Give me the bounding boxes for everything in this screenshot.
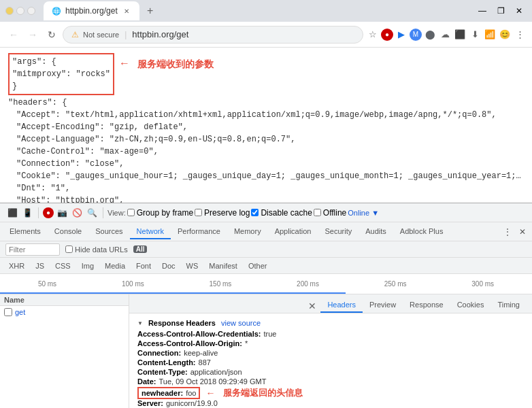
- back-button[interactable]: ←: [5, 27, 22, 43]
- devtools-close-icon[interactable]: ✕: [516, 225, 529, 239]
- tab-performance[interactable]: Performance: [171, 224, 227, 239]
- win-close-icon[interactable]: ✕: [512, 6, 527, 16]
- header-value-4: application/json: [190, 368, 242, 376]
- offline-label: Offline: [323, 208, 346, 218]
- window-right-controls: — ❐ ✕: [474, 6, 527, 16]
- type-filter-bar: XHR JS CSS Img Media Font Doc WS Manifes…: [0, 258, 532, 274]
- win-minimize-icon[interactable]: —: [474, 6, 491, 16]
- online-dropdown[interactable]: Online ▼: [348, 209, 379, 217]
- header-accept-language: "Accept-Language": "zh-CN,zh;q=0.9,en-US…: [8, 133, 524, 146]
- detail-tab-headers[interactable]: Headers: [320, 298, 363, 313]
- inspect-icon[interactable]: ⬛: [5, 206, 19, 220]
- not-secure-label: Not secure: [83, 31, 119, 39]
- ext-icon-8[interactable]: 📶: [483, 28, 497, 41]
- disable-cache-checkbox[interactable]: Disable cache: [251, 208, 312, 218]
- devtools-more-icon[interactable]: ⋮: [501, 225, 514, 239]
- bookmark-icon[interactable]: ☆: [366, 28, 380, 41]
- detail-tab-response[interactable]: Response: [403, 298, 450, 313]
- ext-icon-3[interactable]: M: [410, 29, 422, 41]
- detail-tab-cookies[interactable]: Cookies: [450, 298, 491, 313]
- header-name-0: Access-Control-Allow-Credentials:: [137, 330, 261, 338]
- filter-media[interactable]: Media: [101, 262, 129, 270]
- tab-sources[interactable]: Sources: [88, 224, 129, 239]
- network-list: Name get: [0, 294, 129, 408]
- filter-manifest[interactable]: Manifest: [205, 262, 241, 270]
- network-item-name: get: [15, 308, 25, 316]
- ext-icon-5[interactable]: ☁: [438, 28, 452, 41]
- filter-ws[interactable]: WS: [183, 262, 202, 270]
- ext-icon-4[interactable]: ⬤: [423, 28, 437, 41]
- group-by-frame-checkbox[interactable]: Group by frame: [127, 208, 193, 218]
- header-name-6: newheader:: [142, 389, 183, 397]
- ext-icon-6[interactable]: ⬛: [453, 28, 467, 41]
- view-source-link[interactable]: view source: [221, 319, 261, 327]
- header-accept-encoding: "Accept-Encoding": "gzip, deflate",: [8, 121, 524, 133]
- page-content: "args": { "mitmproxy": "rocks" } ← 服务端收到…: [0, 48, 532, 203]
- preserve-log-checkbox[interactable]: Preserve log: [195, 208, 250, 218]
- forward-button[interactable]: →: [24, 27, 41, 43]
- reload-button[interactable]: ↻: [44, 27, 60, 43]
- filter-css[interactable]: CSS: [52, 262, 74, 270]
- tab-security[interactable]: Security: [318, 224, 359, 239]
- ext-icon-2[interactable]: ▶: [395, 28, 408, 41]
- detail-tab-timing[interactable]: Timing: [491, 298, 527, 313]
- ext-icon-7[interactable]: ⬇: [468, 28, 482, 41]
- header-row-7: Server: gunicorn/19.9.0: [137, 399, 524, 407]
- header-row-0: Access-Control-Allow-Credentials: true: [137, 330, 524, 338]
- device-icon[interactable]: 📱: [20, 206, 34, 220]
- args-highlight: "args": { "mitmproxy": "rocks" }: [8, 53, 114, 95]
- header-cookie: "Cookie": "_gauges_unique_hour=1; _gauge…: [8, 170, 524, 182]
- new-tab-button[interactable]: +: [142, 3, 159, 19]
- filter-doc[interactable]: Doc: [159, 262, 179, 270]
- disable-cache-input[interactable]: [251, 209, 259, 216]
- tab-adblock[interactable]: Adblock Plus: [393, 224, 450, 239]
- header-host: "Host": "httpbin.org",: [8, 194, 524, 203]
- filter-js[interactable]: JS: [32, 262, 48, 270]
- group-by-frame-input[interactable]: [127, 209, 135, 216]
- url-text: httpbin.org/get: [132, 29, 354, 39]
- filter-font[interactable]: Font: [133, 262, 154, 270]
- header-value-3: 887: [199, 358, 211, 367]
- filter-other[interactable]: Other: [245, 262, 271, 270]
- offline-input[interactable]: [314, 209, 321, 216]
- filter-toggle-icon[interactable]: 🔍: [85, 206, 99, 220]
- profile-icon[interactable]: 😊: [498, 28, 512, 41]
- tab-application[interactable]: Application: [268, 224, 318, 239]
- browser-tab[interactable]: 🌐 httpbin.org/get ✕: [44, 1, 139, 20]
- separator-1: [38, 207, 39, 218]
- detail-close-button[interactable]: ✕: [304, 299, 320, 313]
- json-args-line1: "args": {: [12, 57, 56, 67]
- camera-icon[interactable]: 📷: [55, 206, 69, 220]
- hide-data-urls-input[interactable]: [65, 245, 73, 253]
- network-item-get[interactable]: get: [0, 306, 129, 318]
- expand-icon: ▼: [137, 320, 143, 326]
- tab-network[interactable]: Network: [130, 224, 171, 239]
- tab-elements[interactable]: Elements: [3, 224, 48, 239]
- hide-data-urls-checkbox[interactable]: Hide data URLs: [65, 245, 128, 254]
- address-bar[interactable]: ⚠ Not secure | httpbin.org/get: [63, 26, 363, 44]
- filter-input[interactable]: [5, 243, 60, 256]
- view-label: View:: [107, 209, 126, 217]
- restore-button[interactable]: [16, 7, 24, 15]
- win-maximize-icon[interactable]: ❐: [493, 6, 509, 16]
- ext-icon-1[interactable]: ●: [381, 29, 393, 41]
- minimize-button[interactable]: [5, 7, 14, 15]
- filter-xhr[interactable]: XHR: [5, 262, 28, 270]
- filter-img[interactable]: Img: [78, 262, 97, 270]
- tab-memory[interactable]: Memory: [227, 224, 268, 239]
- menu-icon[interactable]: ⋮: [513, 28, 527, 41]
- error-icon[interactable]: ●: [43, 207, 54, 218]
- preserve-log-input[interactable]: [195, 209, 202, 216]
- timeline-150ms: 150 ms: [210, 280, 232, 288]
- separator-2: [103, 207, 103, 218]
- detail-tab-preview[interactable]: Preview: [363, 298, 403, 313]
- close-window-button[interactable]: [27, 7, 35, 15]
- header-row-3: Content-Length: 887: [137, 358, 524, 367]
- tab-audits[interactable]: Audits: [359, 224, 393, 239]
- tab-console[interactable]: Console: [48, 224, 88, 239]
- all-badge[interactable]: All: [133, 245, 148, 253]
- clear-icon[interactable]: 🚫: [70, 206, 84, 220]
- offline-checkbox[interactable]: Offline: [314, 208, 346, 218]
- network-item-checkbox[interactable]: [4, 308, 12, 316]
- tab-close-button[interactable]: ✕: [122, 6, 131, 16]
